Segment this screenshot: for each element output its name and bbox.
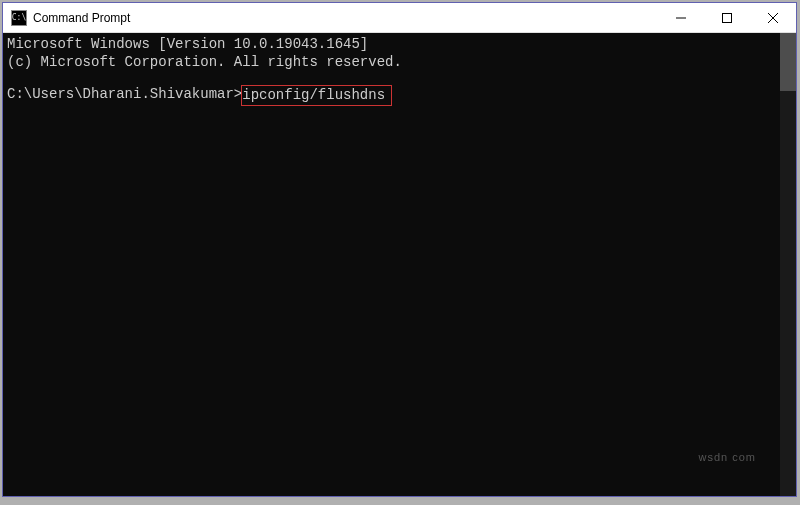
watermark-text: wsdn com [698, 450, 756, 464]
window-controls [658, 3, 796, 32]
minimize-icon [676, 13, 686, 23]
prompt-path: C:\Users\Dharani.Shivakumar> [7, 85, 242, 105]
app-icon-label: C:\ [12, 14, 26, 22]
terminal-area[interactable]: Microsoft Windows [Version 10.0.19043.16… [3, 33, 796, 496]
terminal-output-line: Microsoft Windows [Version 10.0.19043.16… [7, 35, 792, 53]
maximize-button[interactable] [704, 3, 750, 32]
terminal-output-line: (c) Microsoft Corporation. All rights re… [7, 53, 792, 71]
scrollbar-thumb[interactable] [780, 33, 796, 91]
vertical-scrollbar[interactable] [780, 33, 796, 496]
svg-rect-1 [723, 13, 732, 22]
titlebar[interactable]: C:\ Command Prompt [3, 3, 796, 33]
close-icon [768, 13, 778, 23]
maximize-icon [722, 13, 732, 23]
minimize-button[interactable] [658, 3, 704, 32]
command-input-highlight[interactable]: ipconfig/flushdns [241, 85, 392, 105]
app-icon: C:\ [11, 10, 27, 26]
window-title: Command Prompt [33, 11, 658, 25]
command-prompt-window: C:\ Command Prompt Microsoft Windows [Ve… [2, 2, 797, 497]
prompt-line: C:\Users\Dharani.Shivakumar>ipconfig/flu… [7, 85, 792, 105]
close-button[interactable] [750, 3, 796, 32]
